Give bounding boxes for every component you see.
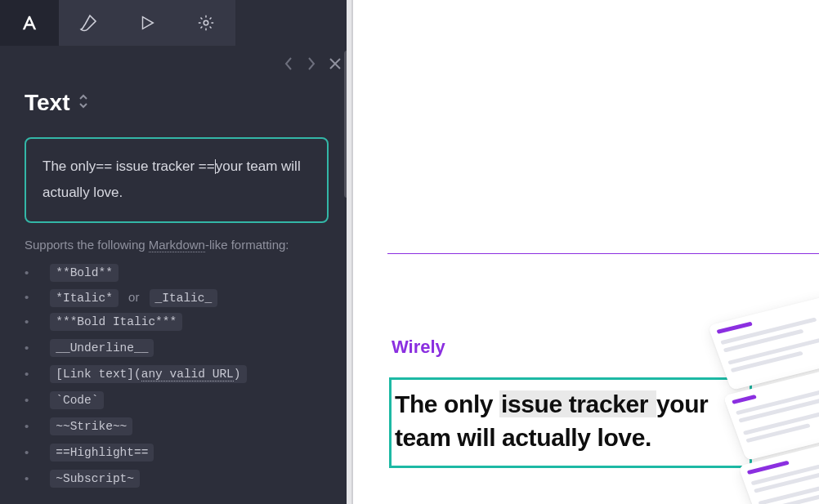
panel-resize-handle[interactable] bbox=[347, 0, 353, 504]
text-value-part1: The only== issue tracker == bbox=[43, 158, 215, 174]
preview-canvas[interactable]: Wirely The only issue tracker your team … bbox=[353, 0, 819, 504]
fmt-code: `Code` bbox=[25, 387, 329, 413]
play-icon bbox=[138, 14, 156, 32]
tab-settings[interactable] bbox=[177, 0, 235, 46]
fmt-underline: __Underline__ bbox=[25, 335, 329, 361]
tab-style[interactable] bbox=[59, 0, 118, 46]
fmt-highlight: ==Highlight== bbox=[25, 439, 329, 466]
tab-actions[interactable] bbox=[118, 0, 177, 46]
fmt-subscript: ~Subscript~ bbox=[25, 466, 329, 492]
fmt-bold-italic: ***Bold Italic*** bbox=[25, 309, 329, 335]
text-content-input[interactable]: The only== issue tracker ==your team wil… bbox=[25, 137, 329, 223]
highlighted-span: issue tracker bbox=[499, 390, 656, 417]
svg-point-0 bbox=[204, 20, 208, 25]
markdown-link[interactable]: Markdown bbox=[149, 238, 205, 252]
gear-icon bbox=[197, 14, 215, 32]
text-icon bbox=[20, 14, 38, 32]
reorder-handle[interactable] bbox=[78, 94, 88, 112]
inspector-panel: Text The only== issue tracker ==your tea… bbox=[0, 0, 353, 504]
fmt-strike: ~~Strike~~ bbox=[25, 413, 329, 439]
nav-next-button[interactable] bbox=[306, 56, 317, 74]
formatting-list: **Bold** *Italic* or _Italic_ ***Bold It… bbox=[0, 260, 353, 492]
close-icon bbox=[329, 57, 342, 70]
tab-strip bbox=[0, 0, 353, 46]
fmt-bold: **Bold** bbox=[25, 260, 329, 286]
formatting-help-intro: Supports the following Markdown-like for… bbox=[0, 238, 353, 260]
nav-prev-button[interactable] bbox=[283, 56, 294, 74]
headline-text: The only issue tracker your team will ac… bbox=[395, 388, 746, 454]
brand-label: Wirely bbox=[392, 337, 445, 358]
section-divider bbox=[387, 253, 819, 254]
panel-title: Text bbox=[25, 90, 70, 116]
panel-nav bbox=[0, 46, 353, 78]
sort-icon bbox=[78, 94, 88, 109]
fmt-link: [Link text](any valid URL) bbox=[25, 361, 329, 387]
chevron-right-icon bbox=[306, 56, 317, 71]
fmt-italic: *Italic* or _Italic_ bbox=[25, 286, 329, 309]
selected-text-element[interactable]: The only issue tracker your team will ac… bbox=[389, 377, 752, 468]
close-button[interactable] bbox=[329, 57, 342, 74]
chevron-left-icon bbox=[283, 56, 294, 71]
panel-title-row: Text bbox=[0, 78, 353, 132]
paintbrush-icon bbox=[78, 13, 98, 33]
tab-text[interactable] bbox=[0, 0, 59, 46]
